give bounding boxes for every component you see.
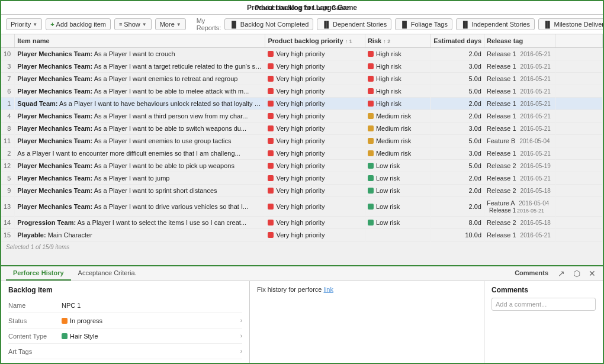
backlog-table: Item name Product backlog priority ↑ 1 R… xyxy=(1,34,603,241)
art-tags-arrow[interactable]: › xyxy=(240,348,242,355)
days-cell: 2.0d xyxy=(431,48,484,60)
show-button[interactable]: ≡ Show ▼ xyxy=(114,18,152,30)
priority-dot xyxy=(268,220,274,226)
priority-dot xyxy=(268,232,274,238)
comments-title: Comments xyxy=(491,286,596,294)
table-row[interactable]: 14 Progression Team: As a Player I want … xyxy=(1,217,603,229)
item-name: Player Mechanics Team: As a Player I wan… xyxy=(15,185,265,197)
col-item-name[interactable]: Item name xyxy=(15,34,265,48)
item-name: Player Mechanics Team: As a Player I wan… xyxy=(15,135,265,147)
col-extra xyxy=(555,34,603,48)
item-name: Player Mechanics Team: As a Player I wan… xyxy=(15,48,265,60)
risk-cell: Medium risk xyxy=(365,110,430,123)
row-num: 3 xyxy=(1,60,15,73)
backlog-not-completed-button[interactable]: ▐▌ Backlog Not Completed xyxy=(224,18,313,30)
priority-text: Very high priority xyxy=(276,125,325,132)
priority-cell: Very high priority xyxy=(265,217,365,229)
table-row[interactable]: 11 Player Mechanics Team: As a Player I … xyxy=(1,135,603,147)
expand-icon[interactable]: ↗ xyxy=(555,268,567,279)
col-days[interactable]: Estimated days xyxy=(431,34,484,48)
risk-cell: Medium risk xyxy=(365,123,430,135)
field-content-type-label: Content Type xyxy=(8,333,62,340)
priority-cell: Very high priority xyxy=(265,229,365,241)
risk-cell: High risk xyxy=(365,85,430,98)
table-row[interactable]: 6 Player Mechanics Team: As a Player I w… xyxy=(1,85,603,98)
add-backlog-button[interactable]: + Add backlog item xyxy=(46,18,111,30)
priority-cell: Very high priority xyxy=(265,172,365,185)
item-name: Player Mechanics Team: As a Player I wan… xyxy=(15,73,265,85)
priority-label: Priority xyxy=(11,21,31,28)
risk-cell: Medium risk xyxy=(365,147,430,160)
tab-comments[interactable]: Comments xyxy=(507,266,555,281)
risk-dot xyxy=(368,163,374,169)
foliage-tags-button[interactable]: ▐▌ Foliage Tags xyxy=(395,18,452,30)
more-button[interactable]: More ▼ xyxy=(155,18,186,30)
bar-icon-1: ▐▌ xyxy=(229,21,239,28)
tab-perforce-history[interactable]: Perforce History xyxy=(6,266,71,281)
priority-button[interactable]: Priority ▼ xyxy=(6,18,42,30)
risk-dot xyxy=(368,220,374,226)
risk-text: Medium risk xyxy=(376,137,411,144)
priority-cell: Very high priority xyxy=(265,98,365,110)
table-row[interactable]: 7 Player Mechanics Team: As a Player I w… xyxy=(1,73,603,85)
release-cell: Release 1 2016-05-21 xyxy=(484,172,555,185)
col-release[interactable]: Release tag xyxy=(484,34,555,48)
field-art-tags-row[interactable]: Art Tags › xyxy=(8,344,242,359)
risk-dot xyxy=(368,175,374,181)
table-row[interactable]: 15 Playable: Main Character Very high pr… xyxy=(1,229,603,241)
close-icon[interactable]: ✕ xyxy=(586,268,598,279)
risk-dot xyxy=(368,76,374,82)
table-row[interactable]: 10 Player Mechanics Team: As a Player I … xyxy=(1,48,603,60)
row-num: 2 xyxy=(1,147,15,160)
days-cell: 3.0d xyxy=(431,147,484,160)
item-name: Player Mechanics Team: As a Player I wan… xyxy=(15,110,265,123)
priority-text: Very high priority xyxy=(276,203,325,210)
external-icon[interactable]: ⬡ xyxy=(571,268,583,279)
days-cell: 2.0d xyxy=(431,197,484,217)
risk-dot xyxy=(368,88,374,94)
tab-acceptance-criteria[interactable]: Acceptance Criteria. xyxy=(71,266,144,281)
release-cell: Feature A 2016-05-04 Release 12016-05-21 xyxy=(484,197,555,217)
priority-cell: Very high priority xyxy=(265,123,365,135)
row-num: 10 xyxy=(1,48,15,60)
table-row[interactable]: 9 Player Mechanics Team: As a Player I w… xyxy=(1,185,603,197)
table-container[interactable]: Item name Product backlog priority ↑ 1 R… xyxy=(1,34,603,265)
row-num: 5 xyxy=(1,172,15,185)
independent-stories-button[interactable]: ▐▌ Independent Stories xyxy=(456,18,535,30)
risk-dot xyxy=(368,63,374,69)
col-priority[interactable]: Product backlog priority ↑ 1 xyxy=(265,34,365,48)
field-art-tags-label: Art Tags xyxy=(8,348,62,355)
table-row[interactable]: 13 Player Mechanics Team: As a Player I … xyxy=(1,197,603,217)
comment-input[interactable]: Add a comment... xyxy=(491,298,596,311)
main-table-area: Item name Product backlog priority ↑ 1 R… xyxy=(1,34,603,265)
table-row[interactable]: 3 Player Mechanics Team: As a Player I w… xyxy=(1,60,603,73)
table-row[interactable]: 2 As a Player I want to encounter more d… xyxy=(1,147,603,160)
status-arrow[interactable]: › xyxy=(240,317,242,324)
table-row[interactable]: 5 Player Mechanics Team: As a Player I w… xyxy=(1,172,603,185)
priority-cell: Very high priority xyxy=(265,85,365,98)
priority-cell: Very high priority xyxy=(265,197,365,217)
fix-link[interactable]: link xyxy=(323,286,333,293)
milestone-deliverables-button[interactable]: ▐▌ Milestone Deliverables xyxy=(538,18,603,30)
risk-text: High risk xyxy=(376,75,401,82)
priority-dot xyxy=(268,163,274,169)
extra-cell xyxy=(555,135,603,147)
risk-dot xyxy=(368,51,374,57)
release-cell: Release 2 2016-05-19 xyxy=(484,160,555,172)
priority-cell: Very high priority xyxy=(265,135,365,147)
field-status-row[interactable]: Status In progress › xyxy=(8,313,242,328)
table-row[interactable]: 12 Player Mechanics Team: As a Player I … xyxy=(1,160,603,172)
table-row[interactable]: 1 Squad Team: As a Player I want to have… xyxy=(1,98,603,110)
item-name: Progression Team: As a Player I want to … xyxy=(15,217,265,229)
show-label: Show xyxy=(124,21,140,28)
dependent-stories-button[interactable]: ▐▌ Dependent Stories xyxy=(317,18,391,30)
my-reports-label: My Reports: xyxy=(197,17,221,31)
priority-dot xyxy=(268,204,274,210)
add-icon: + xyxy=(50,21,54,28)
col-risk[interactable]: Risk ↑ 2 xyxy=(365,34,430,48)
table-row[interactable]: 4 Player Mechanics Team: As a Player I w… xyxy=(1,110,603,123)
table-row[interactable]: 8 Player Mechanics Team: As a Player I w… xyxy=(1,123,603,135)
content-type-arrow[interactable]: › xyxy=(240,333,242,339)
field-content-type-row[interactable]: Content Type Hair Style › xyxy=(8,328,242,344)
risk-text: Low risk xyxy=(376,203,400,210)
